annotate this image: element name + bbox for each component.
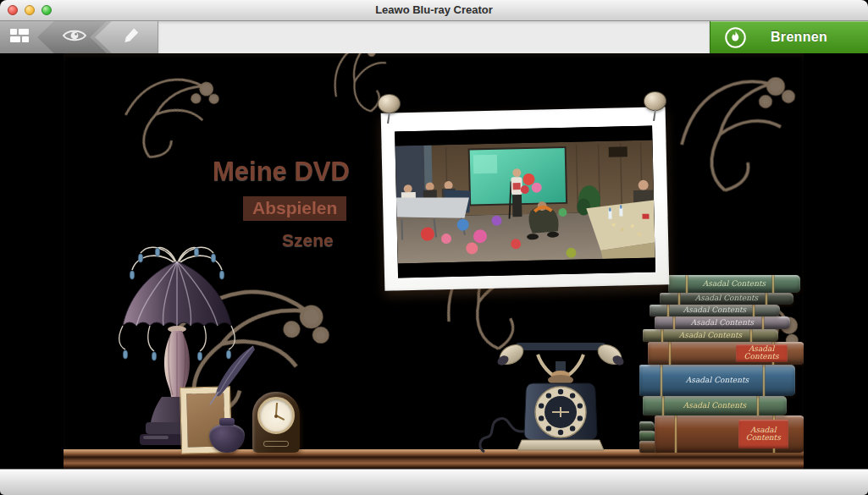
templates-button[interactable] (4, 28, 35, 47)
pushpin-left (378, 94, 401, 126)
burn-button-label: Brennen (747, 30, 868, 45)
menu-title: Meine DVD (213, 157, 350, 187)
edit-tab[interactable] (95, 21, 158, 53)
toolbar: Brennen (0, 21, 868, 53)
grid-icon (9, 28, 30, 47)
rotary-telephone (476, 331, 645, 454)
pencil-icon (113, 27, 140, 47)
preview-area: Meine DVD Abspielen Szene (0, 53, 868, 469)
eye-icon (56, 27, 88, 47)
menu-item-szene[interactable]: Szene (282, 230, 334, 250)
clock-face (257, 397, 295, 434)
burn-button[interactable]: Brennen (710, 21, 868, 53)
statusbar (0, 469, 868, 495)
app-window: Leawo Blu-ray Creator (0, 0, 868, 495)
book-spine: Asadal Contents (668, 275, 800, 293)
quill-icon (206, 344, 260, 410)
close-button[interactable] (8, 5, 18, 15)
photo-frame (381, 107, 670, 291)
minimize-button[interactable] (25, 5, 35, 15)
book-spine: Asadal Contents (660, 293, 793, 305)
pushpin-right (644, 91, 667, 124)
toolbar-tabs-group (0, 21, 158, 53)
video-thumbnail[interactable] (395, 126, 655, 278)
menu-item-abspielen[interactable]: Abspielen (243, 196, 346, 221)
book-spine: Asadal Contents (655, 316, 790, 329)
book-spine (639, 421, 655, 431)
book-spine: Asadal Contents (643, 396, 787, 415)
book-spine: Asadal Contents (639, 365, 795, 396)
book-spine: Asadal Contents (643, 329, 778, 342)
flame-icon (724, 26, 747, 49)
table-clock (252, 392, 300, 453)
titlebar: Leawo Blu-ray Creator (0, 0, 868, 21)
traffic-lights (8, 5, 52, 15)
zoom-button[interactable] (41, 5, 52, 15)
dvd-menu-preview: Meine DVD Abspielen Szene (64, 53, 804, 469)
window-title: Leawo Blu-ray Creator (0, 0, 868, 20)
book-spine: Asadal Contents (650, 305, 780, 316)
book-spine: Asadal Contents (655, 415, 804, 453)
book-spine: Asadal Contents (648, 342, 804, 365)
toolbar-well (158, 21, 710, 53)
book-spine (639, 431, 656, 441)
